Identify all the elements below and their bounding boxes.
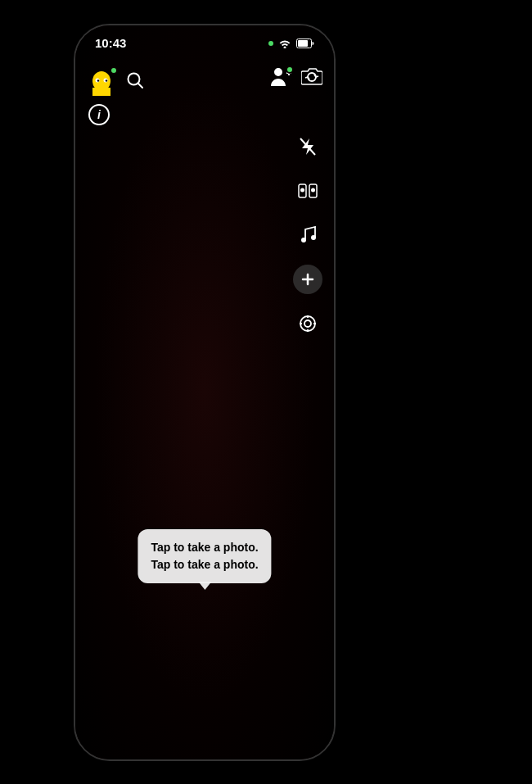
tooltip-bold-tap: Tap to take a photo. — [336, 385, 458, 400]
music-button[interactable] — [293, 220, 322, 250]
ghost-notification-dot — [110, 66, 118, 75]
status-icons — [268, 39, 314, 48]
svg-point-18 — [301, 238, 306, 242]
svg-point-22 — [304, 320, 311, 327]
battery-icon — [296, 39, 314, 48]
svg-point-17 — [311, 188, 315, 192]
svg-line-9 — [138, 83, 143, 88]
status-bar: 10:43 — [75, 25, 334, 61]
tooltip-bold-tap: Tap to take a photo. — [151, 541, 258, 554]
wifi-icon — [278, 39, 291, 48]
svg-point-16 — [300, 188, 304, 192]
status-time: 10:43 — [95, 36, 126, 50]
svg-point-7 — [106, 79, 107, 81]
svg-point-6 — [97, 79, 99, 81]
add-button[interactable] — [293, 265, 322, 294]
svg-point-23 — [300, 316, 315, 331]
ghost-profile-button[interactable] — [87, 68, 116, 97]
svg-rect-1 — [298, 40, 308, 47]
top-left-controls — [87, 68, 144, 97]
duet-button[interactable] — [293, 176, 322, 206]
right-toolbar — [293, 132, 322, 338]
capture-tooltip: Tap to take a photo.Tap to take a photo. — [138, 529, 271, 583]
signal-dot — [268, 41, 273, 46]
svg-point-19 — [311, 235, 316, 240]
flip-camera-button[interactable] — [301, 68, 322, 86]
phone-frame: 10:43 — [74, 24, 336, 761]
add-friend-button[interactable] — [270, 68, 291, 86]
flash-off-button[interactable] — [293, 132, 322, 161]
info-button[interactable]: i — [88, 104, 110, 125]
focus-button[interactable] — [293, 309, 322, 338]
top-right-controls — [270, 68, 322, 86]
search-button[interactable] — [126, 71, 144, 89]
tooltip-bold-tap: Tap to take a photo. — [151, 558, 258, 571]
